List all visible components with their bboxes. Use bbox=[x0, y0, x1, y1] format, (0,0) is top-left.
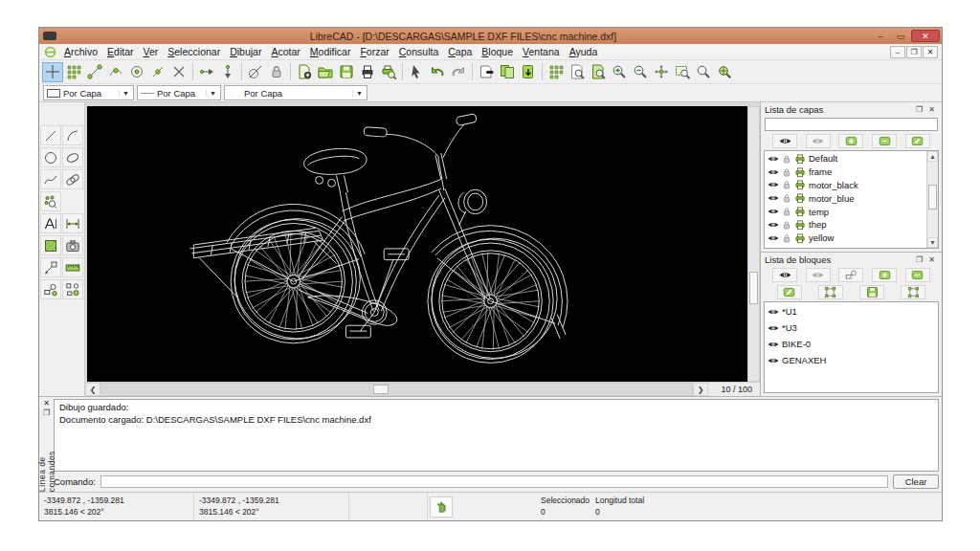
layer-filter-input[interactable] bbox=[765, 118, 938, 131]
mdi-close-button[interactable]: ✕ bbox=[923, 46, 938, 58]
block-tool[interactable] bbox=[40, 279, 61, 299]
line-type-combobox[interactable]: Por Capa ▼ bbox=[224, 85, 368, 100]
eye-icon[interactable] bbox=[768, 339, 779, 350]
lock-icon[interactable] bbox=[781, 179, 792, 190]
circle-tool[interactable] bbox=[40, 147, 61, 167]
create-block-button[interactable] bbox=[901, 285, 925, 299]
print-button[interactable] bbox=[357, 62, 378, 82]
zoom-out-button[interactable] bbox=[630, 62, 651, 82]
print-icon[interactable] bbox=[794, 206, 806, 217]
restrict-horizontal-button[interactable] bbox=[196, 62, 217, 82]
menu-capa[interactable]: Capa bbox=[443, 45, 477, 58]
command-history[interactable]: Dibujo guardado: Documento cargado: D:\D… bbox=[54, 399, 939, 472]
scroll-right-arrow[interactable]: ❯ bbox=[693, 383, 708, 396]
eye-icon[interactable] bbox=[768, 232, 779, 244]
horizontal-scrollbar-thumb[interactable] bbox=[373, 385, 389, 394]
save-button[interactable] bbox=[336, 62, 357, 82]
line-tool[interactable] bbox=[40, 125, 61, 145]
layer-row[interactable]: thep bbox=[765, 218, 926, 231]
lock-icon[interactable] bbox=[781, 153, 792, 165]
cut-button[interactable] bbox=[476, 62, 497, 82]
maximize-button[interactable]: ▭ bbox=[891, 30, 910, 42]
remove-layer-button[interactable] bbox=[872, 134, 897, 148]
block-row[interactable]: BIKE-0 bbox=[765, 336, 938, 352]
close-button[interactable]: ✕ bbox=[911, 30, 940, 42]
layer-panel-header[interactable]: Lista de capas ❐ ✕ bbox=[761, 102, 942, 117]
menu-dibujar[interactable]: Dibujar bbox=[225, 45, 266, 58]
remove-block-button[interactable] bbox=[905, 268, 930, 282]
menu-seleccionar[interactable]: Seleccionar bbox=[163, 45, 225, 58]
layer-scrollbar-thumb[interactable] bbox=[928, 185, 937, 209]
edit-layer-button[interactable] bbox=[905, 134, 930, 148]
arc-tool[interactable] bbox=[62, 125, 83, 145]
eye-icon[interactable] bbox=[768, 322, 779, 334]
command-input[interactable] bbox=[100, 475, 888, 488]
text-tool[interactable] bbox=[40, 213, 61, 233]
clear-button[interactable]: Clear bbox=[893, 474, 939, 489]
title-bar[interactable]: LibreCAD - [D:\DESCARGAS\SAMPLE DXF FILE… bbox=[39, 28, 942, 44]
snap-entity-button[interactable] bbox=[105, 62, 126, 82]
polyline-tool[interactable] bbox=[62, 169, 83, 189]
layer-row[interactable]: Default bbox=[765, 152, 926, 165]
eye-icon[interactable] bbox=[768, 206, 779, 217]
view-grid-button[interactable] bbox=[546, 62, 567, 82]
point-tool[interactable] bbox=[40, 191, 61, 211]
lock-icon[interactable] bbox=[781, 232, 792, 244]
lock-relative-zero-button[interactable] bbox=[266, 62, 287, 82]
restrict-vertical-button[interactable] bbox=[217, 62, 238, 82]
show-all-layers-button[interactable] bbox=[772, 134, 797, 148]
new-file-button[interactable] bbox=[294, 62, 315, 82]
eye-icon[interactable] bbox=[768, 355, 779, 366]
copy-button[interactable] bbox=[497, 62, 518, 82]
eye-icon[interactable] bbox=[768, 192, 779, 204]
menu-ventana[interactable]: Ventana bbox=[518, 45, 565, 58]
modify-tool[interactable] bbox=[40, 257, 61, 277]
open-file-button[interactable] bbox=[315, 62, 336, 82]
paste-button[interactable] bbox=[518, 62, 539, 82]
rename-block-button[interactable] bbox=[777, 285, 802, 299]
menu-forzar[interactable]: Forzar bbox=[355, 45, 393, 58]
print-preview-button[interactable] bbox=[378, 62, 399, 82]
hatch-tool[interactable] bbox=[40, 235, 61, 255]
color-combobox[interactable]: Por Capa ▼ bbox=[43, 85, 134, 100]
undo-button[interactable] bbox=[427, 62, 448, 82]
snap-grid-button[interactable] bbox=[63, 62, 84, 82]
vertical-scrollbar-thumb[interactable] bbox=[749, 272, 758, 304]
lock-icon[interactable] bbox=[781, 166, 792, 178]
snap-middle-button[interactable] bbox=[147, 62, 168, 82]
line-width-combobox[interactable]: Por Capa ▼ bbox=[137, 85, 221, 100]
scroll-left-arrow[interactable]: ❮ bbox=[85, 383, 100, 396]
hide-all-layers-button[interactable] bbox=[806, 134, 831, 148]
zoom-redraw-button[interactable] bbox=[567, 62, 588, 82]
menu-acotar[interactable]: Acotar bbox=[266, 45, 304, 58]
menu-modificar[interactable]: Modificar bbox=[305, 45, 356, 58]
insert-block-button[interactable] bbox=[838, 268, 863, 282]
explode-tool[interactable] bbox=[62, 279, 83, 299]
add-layer-button[interactable] bbox=[838, 134, 863, 148]
pointer-button[interactable] bbox=[406, 62, 427, 82]
snap-free-button[interactable] bbox=[42, 62, 63, 82]
block-row[interactable]: *U3 bbox=[765, 320, 938, 336]
zoom-in-button[interactable] bbox=[609, 62, 630, 82]
horizontal-scrollbar[interactable] bbox=[100, 383, 693, 396]
menu-bloque[interactable]: Bloque bbox=[477, 45, 518, 58]
close-panel-icon[interactable]: ✕ bbox=[925, 254, 938, 266]
print-icon[interactable] bbox=[794, 179, 806, 190]
eye-icon[interactable] bbox=[768, 306, 779, 318]
layer-row[interactable]: motor_black bbox=[765, 179, 926, 192]
lock-icon[interactable] bbox=[781, 192, 792, 204]
lock-icon[interactable] bbox=[781, 219, 792, 231]
menu-consulta[interactable]: Consulta bbox=[394, 45, 443, 58]
save-block-button[interactable] bbox=[859, 285, 884, 299]
zoom-auto-button[interactable] bbox=[651, 62, 672, 82]
hide-all-blocks-button[interactable] bbox=[806, 268, 831, 282]
print-icon[interactable] bbox=[794, 219, 806, 231]
snap-center-button[interactable] bbox=[126, 62, 147, 82]
print-icon[interactable] bbox=[794, 232, 806, 244]
menu-ver[interactable]: Ver bbox=[138, 45, 163, 58]
close-dock-icon[interactable]: ✕ bbox=[41, 399, 52, 408]
block-row[interactable]: GENAXEH bbox=[765, 352, 938, 368]
menu-ayuda[interactable]: Ayuda bbox=[565, 45, 603, 58]
block-panel-header[interactable]: Lista de bloques ❐ ✕ bbox=[761, 253, 942, 267]
float-dock-icon[interactable]: ❐ bbox=[41, 408, 52, 418]
